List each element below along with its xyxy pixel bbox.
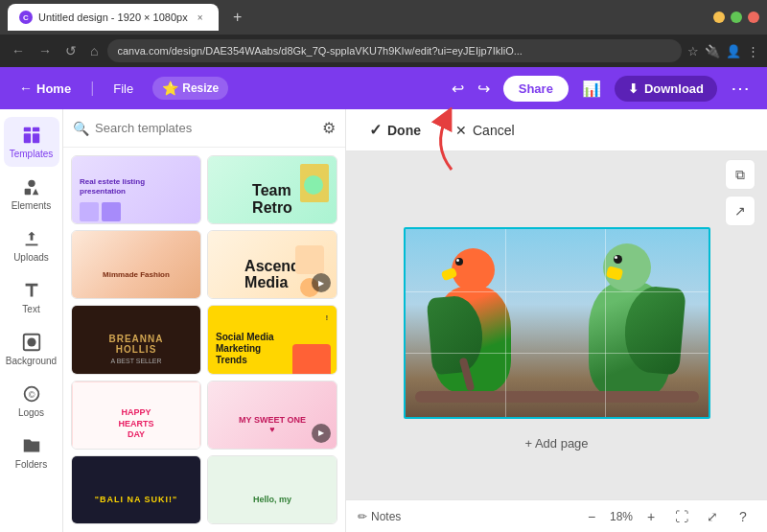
image-frame[interactable] xyxy=(404,227,710,419)
sidebar-item-folders[interactable]: Folders xyxy=(4,428,59,477)
duplicate-button[interactable]: ⧉ xyxy=(725,159,755,190)
svg-point-8 xyxy=(27,337,35,346)
back-button[interactable]: ← xyxy=(8,41,29,60)
sidebar-logos-label: Logos xyxy=(18,407,44,418)
svg-rect-3 xyxy=(32,133,38,143)
svg-rect-2 xyxy=(23,133,30,143)
sidebar-elements-label: Elements xyxy=(12,200,52,211)
add-page-button[interactable]: + Add page xyxy=(509,430,603,456)
text-icon xyxy=(21,280,42,301)
download-button[interactable]: ⬇ Download xyxy=(615,76,717,102)
zoom-in-button[interactable]: + xyxy=(639,504,663,529)
undo-redo-group: ↩ ↪ xyxy=(446,76,496,102)
template-card-breanna[interactable]: BREANNAHOLLIS A BEST SELLER xyxy=(71,305,201,374)
canvas-toolbar: ⧉ ↗ xyxy=(725,159,755,226)
analytics-button[interactable]: 📊 xyxy=(576,76,607,102)
done-cancel-bar: ✓ Done ✕ Cancel xyxy=(346,109,767,151)
resize-button[interactable]: ⭐ Resize xyxy=(152,77,228,100)
download-label: Download xyxy=(644,81,704,96)
template-card-team-retro[interactable]: TeamRetro xyxy=(207,155,337,224)
undo-button[interactable]: ↩ xyxy=(446,76,470,102)
warning-text: ! xyxy=(326,314,328,321)
share-canvas-button[interactable]: ↗ xyxy=(725,196,755,226)
red-arrow-annotation xyxy=(423,107,480,178)
tab-close-button[interactable]: × xyxy=(194,11,207,24)
canvas-area: ✓ Done ✕ Cancel ⧉ xyxy=(346,109,767,532)
notes-label: Notes xyxy=(371,510,401,523)
forward-button[interactable]: → xyxy=(35,41,56,60)
template-card-mimmade[interactable]: Mimmade Fashion xyxy=(71,230,201,299)
new-tab-button[interactable]: + xyxy=(226,6,249,29)
template-card-real-estate[interactable]: Real estete listingpresentation xyxy=(71,155,201,224)
resize-icon: ⭐ xyxy=(162,81,178,96)
zoom-controls: − 18% + ⛶ ⤢ ? xyxy=(579,504,755,529)
svg-rect-0 xyxy=(23,127,30,132)
folders-icon xyxy=(21,435,42,456)
canvas-content: + Add page xyxy=(346,151,767,532)
logos-icon: © xyxy=(21,383,42,405)
close-button[interactable]: × xyxy=(748,12,759,23)
browser-chrome: C Untitled design - 1920 × 1080px × + − … xyxy=(0,0,767,35)
templates-grid: Real estete listingpresentation TeamRetr… xyxy=(63,148,345,532)
main-layout: Templates Elements Uploads Text xyxy=(0,109,767,532)
template-card-sweet-one[interactable]: MY SWEET ONE♥ ▶ xyxy=(207,381,337,450)
home-nav-button[interactable]: ⌂ xyxy=(86,41,102,60)
sidebar-item-elements[interactable]: Elements xyxy=(4,169,59,219)
more-options-button[interactable]: ⋯ xyxy=(725,73,755,104)
help-button[interactable]: ? xyxy=(731,504,755,529)
sidebar-text-label: Text xyxy=(22,304,39,314)
uploads-icon xyxy=(21,228,42,249)
sidebar-item-uploads[interactable]: Uploads xyxy=(4,220,59,270)
search-icon: 🔍 xyxy=(73,121,89,136)
header-divider: | xyxy=(90,80,94,97)
sidebar: Templates Elements Uploads Text xyxy=(0,109,63,532)
notes-button[interactable]: ✏ Notes xyxy=(358,510,401,523)
template-card-bali[interactable]: "BALI NA SUKI!" xyxy=(71,455,201,524)
svg-text:©: © xyxy=(28,390,35,400)
sidebar-item-logos[interactable]: © Logos xyxy=(4,376,59,426)
maximize-button[interactable]: □ xyxy=(731,12,742,23)
sidebar-item-background[interactable]: Background xyxy=(4,324,59,374)
fit-page-button[interactable]: ⛶ xyxy=(669,504,694,529)
sidebar-folders-label: Folders xyxy=(15,459,47,470)
template-card-social-media[interactable]: Social MediaMarketingTrends ! xyxy=(207,305,337,374)
svg-rect-5 xyxy=(24,189,30,195)
template-card-hearts[interactable]: HAPPYHEARTSDAY xyxy=(71,381,201,450)
tab-title: Untitled design - 1920 × 1080px xyxy=(38,12,188,23)
zoom-out-button[interactable]: − xyxy=(579,504,604,529)
done-label: Done xyxy=(387,123,421,138)
svg-marker-6 xyxy=(32,189,37,195)
done-button[interactable]: ✓ Done xyxy=(361,117,429,143)
template-card-ascend-media[interactable]: AscendMedia ▶ xyxy=(207,230,337,299)
warning-icon xyxy=(317,312,331,323)
sidebar-templates-label: Templates xyxy=(10,149,54,159)
zoom-value: 18% xyxy=(610,510,633,523)
tab-favicon: C xyxy=(19,11,33,24)
home-label: Home xyxy=(36,81,71,96)
redo-button[interactable]: ↪ xyxy=(472,76,496,102)
minimize-button[interactable]: − xyxy=(713,12,725,23)
browser-tab[interactable]: C Untitled design - 1920 × 1080px × xyxy=(8,4,219,31)
share-button[interactable]: Share xyxy=(503,76,569,102)
download-icon: ⬇ xyxy=(628,81,639,96)
svg-point-4 xyxy=(28,180,35,187)
sidebar-background-label: Background xyxy=(6,356,57,366)
play-button-sweet[interactable]: ▶ xyxy=(312,424,331,443)
reload-button[interactable]: ↺ xyxy=(61,41,81,60)
sidebar-item-templates[interactable]: Templates xyxy=(4,117,59,167)
template-card-hello[interactable]: Hello, my xyxy=(207,455,337,524)
fullscreen-button[interactable]: ⤢ xyxy=(700,504,725,529)
address-input[interactable] xyxy=(107,39,682,62)
home-button[interactable]: ← Home xyxy=(12,77,79,100)
search-input[interactable] xyxy=(95,121,316,135)
resize-label: Resize xyxy=(182,81,219,95)
templates-panel: 🔍 ⚙ Real estete listingpresentation Team… xyxy=(63,109,346,532)
file-button[interactable]: File xyxy=(105,78,141,100)
window-controls: − □ × xyxy=(713,12,759,23)
app-header: ← Home | File ⭐ Resize ↩ ↪ Share 📊 ⬇ Dow… xyxy=(0,67,767,109)
templates-icon xyxy=(21,125,42,146)
background-icon xyxy=(21,332,42,353)
sidebar-item-text[interactable]: Text xyxy=(4,272,59,322)
header-actions: ↩ ↪ Share 📊 ⬇ Download ⋯ xyxy=(446,73,755,104)
filter-icon[interactable]: ⚙ xyxy=(322,119,336,137)
